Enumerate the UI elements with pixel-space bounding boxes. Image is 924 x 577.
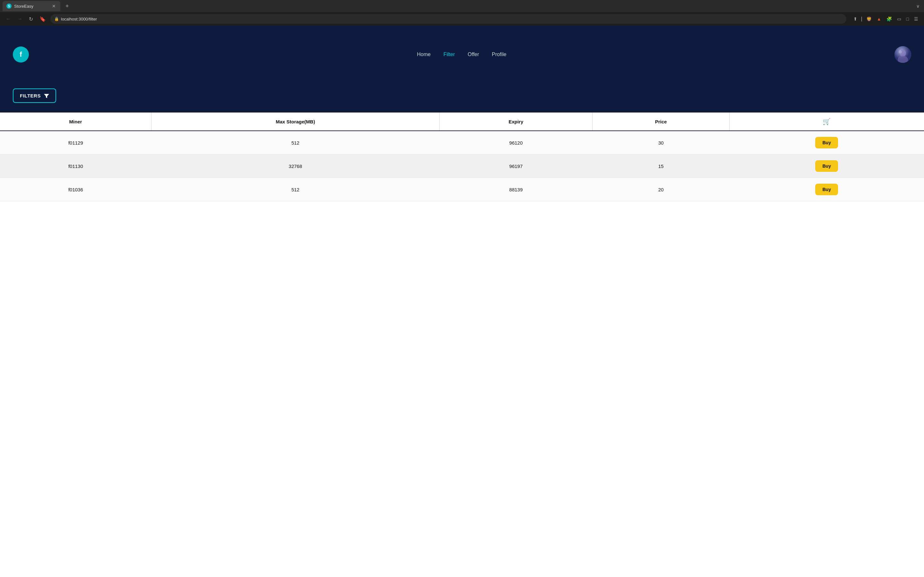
brave-icon: 🦁 xyxy=(864,15,874,23)
browser-nav-bar: ← → ↻ 🔖 🔒 localhost:3000/filter ⬆ | 🦁 ▲ … xyxy=(0,12,924,26)
cell-max-storage: 512 xyxy=(152,131,439,155)
cell-price: 20 xyxy=(593,178,730,201)
cell-price: 30 xyxy=(593,131,730,155)
cell-expiry: 96120 xyxy=(439,131,593,155)
menu-button[interactable]: ☰ xyxy=(912,15,920,23)
app-nav: Home Filter Offer Profile xyxy=(417,52,507,57)
browser-chrome: S StoreEasy ✕ + ∨ ← → ↻ 🔖 🔒 localhost:30… xyxy=(0,0,924,26)
filters-label: FILTERS xyxy=(20,93,41,98)
cell-buy: Buy xyxy=(729,155,924,178)
browser-actions: ⬆ | 🦁 ▲ 🧩 ▭ □ ☰ xyxy=(851,15,920,23)
nav-offer[interactable]: Offer xyxy=(468,52,479,57)
separator: | xyxy=(861,16,863,22)
nav-profile[interactable]: Profile xyxy=(492,52,506,57)
col-max-storage: Max Storage(MB) xyxy=(152,112,439,131)
data-table: Miner Max Storage(MB) Expiry Price 🛒 f01… xyxy=(0,112,924,201)
table-row: f01129 512 96120 30 Buy xyxy=(0,131,924,155)
cart-icon: 🛒 xyxy=(822,118,830,125)
table-row: f01130 32768 96197 15 Buy xyxy=(0,155,924,178)
cell-price: 15 xyxy=(593,155,730,178)
filter-icon xyxy=(44,93,49,98)
buy-button[interactable]: Buy xyxy=(815,160,838,172)
lock-icon: 🔒 xyxy=(54,17,59,21)
table-row: f01036 512 88139 20 Buy xyxy=(0,178,924,201)
app-logo: f xyxy=(13,47,29,63)
tab-close-button[interactable]: ✕ xyxy=(51,3,57,9)
active-tab[interactable]: S StoreEasy ✕ xyxy=(3,1,60,11)
cell-miner: f01036 xyxy=(0,178,152,201)
cell-buy: Buy xyxy=(729,178,924,201)
cell-max-storage: 32768 xyxy=(152,155,439,178)
user-avatar[interactable] xyxy=(895,46,911,63)
account-button[interactable]: □ xyxy=(905,15,911,23)
cell-buy: Buy xyxy=(729,131,924,155)
tab-favicon: S xyxy=(6,3,11,9)
back-button[interactable]: ← xyxy=(4,15,13,23)
col-action: 🛒 xyxy=(729,112,924,131)
forward-button[interactable]: → xyxy=(15,15,24,23)
new-tab-button[interactable]: + xyxy=(63,3,71,10)
cell-miner: f01130 xyxy=(0,155,152,178)
address-text: localhost:3000/filter xyxy=(61,17,97,21)
tab-title: StoreEasy xyxy=(14,4,49,9)
cell-expiry: 96197 xyxy=(439,155,593,178)
filters-button[interactable]: FILTERS xyxy=(13,89,56,103)
buy-button[interactable]: Buy xyxy=(815,137,838,148)
reload-button[interactable]: ↻ xyxy=(27,15,35,23)
nav-home[interactable]: Home xyxy=(417,52,431,57)
col-price: Price xyxy=(593,112,730,131)
cell-max-storage: 512 xyxy=(152,178,439,201)
cell-expiry: 88139 xyxy=(439,178,593,201)
filters-section: FILTERS xyxy=(0,83,924,112)
col-miner: Miner xyxy=(0,112,152,131)
rewards-icon: ▲ xyxy=(875,15,883,23)
bookmark-button[interactable]: 🔖 xyxy=(37,15,48,23)
nav-filter[interactable]: Filter xyxy=(443,52,455,57)
app-header: f Home Filter Offer Profile xyxy=(0,26,924,83)
col-expiry: Expiry xyxy=(439,112,593,131)
buy-button[interactable]: Buy xyxy=(815,184,838,195)
table-container: Miner Max Storage(MB) Expiry Price 🛒 f01… xyxy=(0,112,924,201)
svg-point-3 xyxy=(899,50,902,53)
tab-bar: S StoreEasy ✕ + ∨ xyxy=(0,0,924,12)
extensions-button[interactable]: 🧩 xyxy=(885,15,894,23)
sidebar-button[interactable]: ▭ xyxy=(895,15,903,23)
cell-miner: f01129 xyxy=(0,131,152,155)
tab-menu-button[interactable]: ∨ xyxy=(914,3,921,9)
table-header-row: Miner Max Storage(MB) Expiry Price 🛒 xyxy=(0,112,924,131)
address-bar[interactable]: 🔒 localhost:3000/filter xyxy=(50,14,846,24)
svg-marker-4 xyxy=(44,94,49,98)
share-button[interactable]: ⬆ xyxy=(851,15,859,23)
